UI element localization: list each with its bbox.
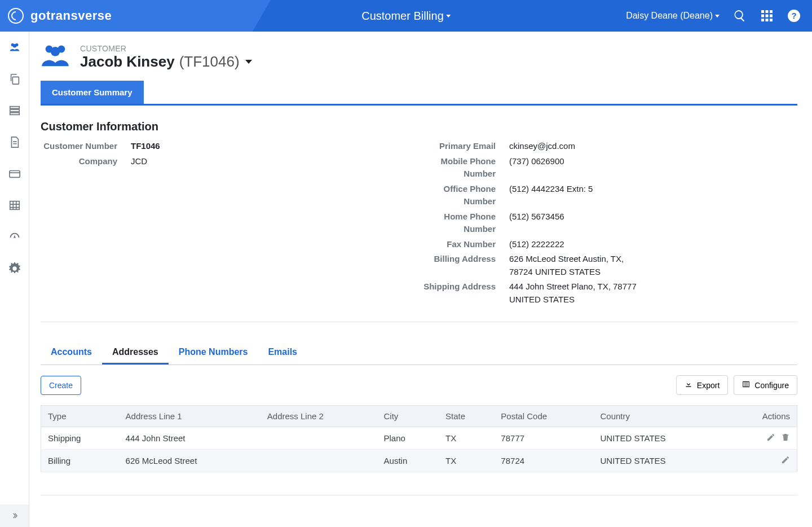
info-label: Home Phone Number [419, 210, 509, 236]
svg-point-13 [12, 44, 16, 47]
customer-title-dropdown[interactable]: Jacob Kinsey (TF1046) [80, 53, 252, 71]
edit-icon[interactable] [781, 455, 790, 464]
info-value: (512) 2222222 [509, 238, 564, 251]
addresses-table: TypeAddress Line 1Address Line 2CityStat… [41, 405, 797, 472]
sidebar-item-document[interactable] [0, 126, 29, 158]
primary-tabs: Customer Summary [41, 81, 797, 106]
info-value: (512) 4442234 Extn: 5 [509, 183, 593, 208]
table-row: Billing626 McLeod StreetAustinTX78724UNI… [41, 450, 797, 472]
svg-rect-15 [10, 107, 19, 109]
info-label: Customer Number [41, 140, 131, 153]
col-city: City [377, 406, 439, 427]
subtabs: AccountsAddressesPhone NumbersEmails [41, 341, 797, 365]
svg-rect-2 [770, 10, 773, 13]
configure-button[interactable]: Configure [734, 375, 797, 395]
svg-text:?: ? [791, 11, 796, 20]
cell-state: TX [439, 427, 494, 450]
module-switcher[interactable]: Customer Billing [361, 10, 451, 23]
search-icon[interactable] [733, 9, 747, 23]
col-actions: Actions [725, 406, 797, 427]
delete-icon[interactable] [781, 433, 790, 442]
info-label: Primary Email [419, 140, 509, 153]
section-divider [41, 322, 797, 322]
tab-customer-summary[interactable]: Customer Summary [41, 81, 144, 104]
subtab-addresses[interactable]: Addresses [102, 341, 169, 364]
cell-city: Plano [377, 427, 439, 450]
col-country: Country [594, 406, 725, 427]
svg-rect-17 [10, 113, 19, 115]
svg-rect-18 [9, 171, 19, 178]
caret-down-icon [446, 15, 451, 17]
svg-rect-1 [766, 10, 769, 13]
info-value: JCD [131, 155, 147, 168]
subtab-accounts[interactable]: Accounts [41, 341, 102, 364]
apps-grid-icon[interactable] [760, 9, 774, 23]
svg-rect-16 [10, 109, 19, 112]
info-label: Company [41, 155, 131, 168]
app-header: gotransverse Customer Billing Daisy Dean… [0, 0, 812, 32]
info-label: Fax Number [419, 238, 509, 251]
cell-state: TX [439, 450, 494, 472]
svg-rect-8 [770, 19, 773, 21]
export-label: Export [697, 381, 720, 390]
sidebar-item-payment[interactable] [0, 158, 29, 190]
user-menu[interactable]: Daisy Deane (Deane) [626, 11, 720, 21]
cell-postal: 78724 [494, 450, 593, 472]
info-value: ckinsey@jcd.com [509, 140, 575, 153]
sidebar-item-table[interactable] [0, 190, 29, 221]
customer-label: CUSTOMER [80, 44, 252, 53]
download-icon [685, 380, 692, 390]
subtab-emails[interactable]: Emails [258, 341, 307, 364]
cell-line2 [261, 450, 377, 472]
brand-name: gotransverse [30, 8, 112, 23]
table-row: Shipping444 John StreetPlanoTX78777UNITE… [41, 427, 797, 450]
sidebar-item-dashboard[interactable] [0, 221, 29, 253]
col-type: Type [41, 406, 119, 427]
info-label: Shipping Address [419, 280, 509, 306]
svg-rect-23 [743, 381, 749, 387]
cell-actions [725, 427, 797, 450]
col-state: State [439, 406, 494, 427]
info-label: Office Phone Number [419, 183, 509, 208]
export-button[interactable]: Export [676, 375, 728, 395]
cell-city: Austin [377, 450, 439, 472]
table-toolbar: Create Export Configure [41, 375, 797, 395]
module-title: Customer Billing [361, 10, 444, 23]
svg-point-22 [51, 47, 60, 56]
sidebar-item-settings[interactable] [0, 253, 29, 284]
section-title: Customer Information [41, 120, 797, 133]
customer-header: CUSTOMER Jacob Kinsey (TF1046) [41, 42, 797, 73]
cell-country: UNITED STATES [594, 450, 725, 472]
configure-label: Configure [754, 381, 789, 390]
edit-icon[interactable] [766, 433, 775, 442]
col-postal-code: Postal Code [494, 406, 593, 427]
customers-icon [41, 42, 70, 73]
info-value: 444 John Street Plano, TX, 78777 UNITED … [509, 280, 645, 306]
columns-icon [742, 380, 750, 390]
col-address-line-2: Address Line 2 [261, 406, 377, 427]
sidebar-item-database[interactable] [0, 95, 29, 126]
cell-postal: 78777 [494, 427, 593, 450]
cell-line2 [261, 427, 377, 450]
svg-rect-0 [761, 10, 764, 13]
info-value: TF1046 [131, 140, 160, 153]
sidebar-item-copy[interactable] [0, 63, 29, 95]
cell-type: Shipping [41, 427, 119, 450]
svg-rect-19 [10, 201, 19, 210]
subtab-phone-numbers[interactable]: Phone Numbers [169, 341, 258, 364]
customer-name: Jacob Kinsey [80, 53, 175, 71]
col-address-line-1: Address Line 1 [119, 406, 261, 427]
info-value: 626 McLeod Street Austin, TX, 78724 UNIT… [509, 253, 645, 278]
cell-actions [725, 450, 797, 472]
create-button[interactable]: Create [41, 376, 81, 395]
info-label: Mobile Phone Number [419, 155, 509, 181]
sidebar-expand-button[interactable] [0, 504, 29, 527]
svg-rect-7 [766, 19, 769, 21]
cell-type: Billing [41, 450, 119, 472]
info-value: (512) 5673456 [509, 210, 564, 236]
sidebar-item-customers[interactable] [0, 32, 29, 63]
svg-rect-6 [761, 19, 764, 21]
help-icon[interactable]: ? [787, 9, 801, 23]
caret-down-icon [245, 60, 252, 64]
caret-down-icon [715, 15, 720, 17]
